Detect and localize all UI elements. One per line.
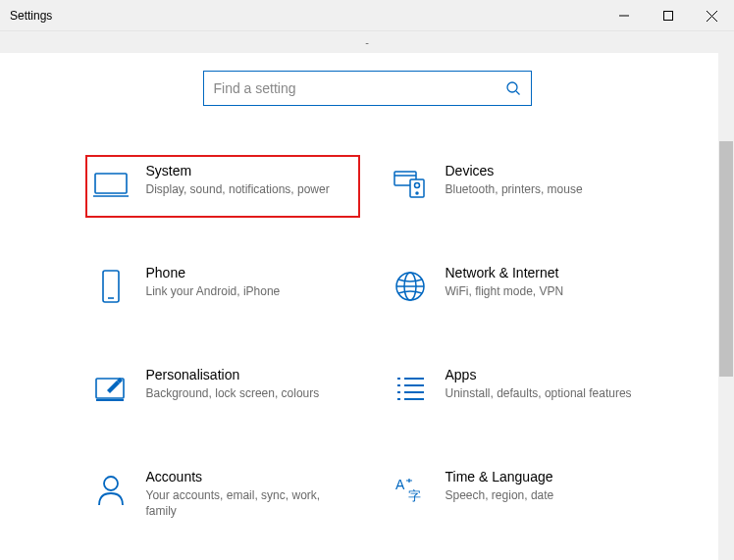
scrollbar-thumb[interactable]	[719, 141, 733, 377]
tile-apps[interactable]: Apps Uninstall, defaults, optional featu…	[385, 359, 659, 422]
window-title: Settings	[10, 9, 52, 23]
tile-title: Time & Language	[446, 469, 652, 484]
minimize-button[interactable]	[602, 0, 646, 31]
svg-rect-6	[95, 174, 127, 193]
devices-icon	[393, 167, 428, 202]
tile-title: Phone	[146, 265, 352, 280]
system-icon	[93, 167, 129, 202]
tile-title: Devices	[446, 163, 652, 178]
tile-system[interactable]: System Display, sound, notifications, po…	[85, 155, 360, 218]
window-controls	[602, 0, 734, 30]
scrollbar[interactable]	[718, 53, 734, 560]
settings-grid: System Display, sound, notifications, po…	[76, 155, 659, 527]
network-icon	[393, 269, 428, 304]
tile-title: Apps	[446, 367, 652, 382]
svg-line-5	[516, 91, 520, 95]
accounts-icon	[93, 473, 129, 508]
tile-desc: Display, sound, notifications, power	[146, 181, 352, 197]
tile-title: Accounts	[146, 469, 352, 484]
tile-title: System	[146, 163, 352, 178]
search-input[interactable]	[214, 80, 505, 96]
time-language-icon: A 字	[393, 473, 428, 508]
tile-title: Personalisation	[146, 367, 352, 382]
maximize-button[interactable]	[646, 0, 690, 31]
search-icon	[505, 80, 521, 96]
titlebar: Settings	[0, 0, 734, 31]
search-box[interactable]	[203, 71, 532, 106]
tile-desc: Your accounts, email, sync, work, family	[146, 487, 352, 519]
personalisation-icon	[93, 371, 129, 406]
tile-desc: Link your Android, iPhone	[146, 283, 352, 299]
svg-point-4	[507, 82, 517, 92]
tile-desc: Bluetooth, printers, mouse	[446, 181, 652, 197]
apps-icon	[393, 371, 428, 406]
tile-devices[interactable]: Devices Bluetooth, printers, mouse	[385, 155, 659, 218]
tile-personalisation[interactable]: Personalisation Background, lock screen,…	[85, 359, 360, 422]
phone-icon	[93, 269, 129, 304]
svg-rect-1	[663, 12, 672, 21]
tile-network[interactable]: Network & Internet WiFi, flight mode, VP…	[385, 257, 659, 320]
tile-desc: WiFi, flight mode, VPN	[446, 283, 652, 299]
tile-phone[interactable]: Phone Link your Android, iPhone	[85, 257, 360, 320]
subheader: -	[0, 31, 734, 53]
tile-desc: Speech, region, date	[446, 487, 652, 503]
svg-text:A: A	[395, 477, 405, 492]
tile-desc: Background, lock screen, colours	[146, 385, 352, 401]
svg-text:字: 字	[408, 488, 421, 503]
tile-title: Network & Internet	[446, 265, 652, 280]
close-button[interactable]	[690, 0, 734, 31]
tile-time-language[interactable]: A 字 Time & Language Speech, region, date	[385, 461, 659, 527]
svg-point-28	[104, 477, 118, 490]
tile-accounts[interactable]: Accounts Your accounts, email, sync, wor…	[85, 461, 360, 527]
tile-desc: Uninstall, defaults, optional features	[446, 385, 652, 401]
